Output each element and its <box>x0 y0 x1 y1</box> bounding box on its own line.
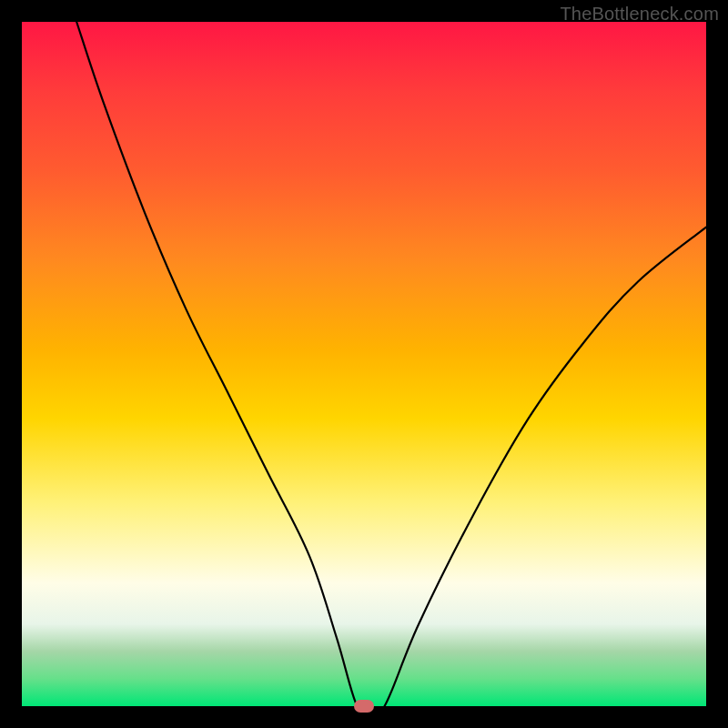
chart-frame: TheBottleneck.com <box>0 0 728 728</box>
chart-curve <box>22 22 706 706</box>
watermark-text: TheBottleneck.com <box>560 4 719 25</box>
chart-minimum-marker <box>354 700 374 713</box>
chart-plot-area <box>22 22 706 706</box>
